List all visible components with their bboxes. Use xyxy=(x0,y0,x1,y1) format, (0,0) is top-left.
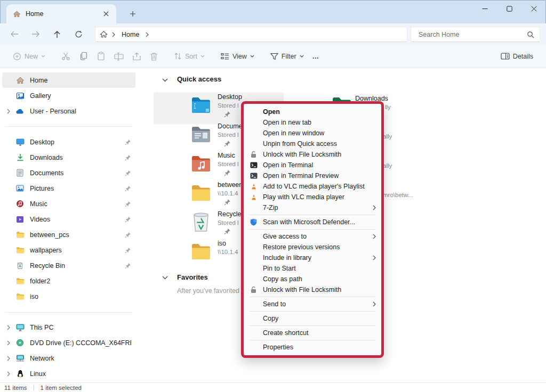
expand-chevron-icon[interactable] xyxy=(2,371,15,377)
address-bar[interactable]: Home xyxy=(95,27,407,42)
menu-item-open-in-terminal[interactable]: Open in Terminal xyxy=(244,160,381,170)
music-folder-icon[interactable] xyxy=(190,152,212,175)
item-title[interactable]: Music xyxy=(218,152,235,159)
menu-item-open[interactable]: Open xyxy=(244,107,381,117)
menu-item-pin-to-start[interactable]: Pin to Start xyxy=(244,263,381,274)
downloads-folder-icon[interactable] xyxy=(331,94,353,101)
section-collapse-icon[interactable] xyxy=(162,78,168,82)
menu-item-open-in-new-tab[interactable]: Open in new tab xyxy=(244,117,381,128)
item-title[interactable]: Recycle xyxy=(218,210,241,218)
sidebar-item-documents[interactable]: Documents xyxy=(2,165,135,181)
sidebar-item-home[interactable]: Home xyxy=(2,72,135,88)
new-button[interactable]: New xyxy=(9,49,50,64)
sidebar-item-iso[interactable]: iso xyxy=(2,289,135,304)
sidebar-item-pictures[interactable]: Pictures xyxy=(2,181,135,196)
menu-item-properties[interactable]: Properties xyxy=(244,342,381,353)
menu-item-open-in-new-window[interactable]: Open in new window xyxy=(244,128,381,138)
maximize-button[interactable] xyxy=(497,0,521,17)
quick-access-section-title[interactable]: Quick access xyxy=(177,75,221,83)
chevron-down-icon xyxy=(250,55,254,58)
menu-item-copy-as-path[interactable]: Copy as path xyxy=(244,274,381,284)
item-title[interactable]: Desktop xyxy=(218,93,242,101)
item-subtitle-fragment: lly xyxy=(385,104,391,110)
menu-item-add-to-vlc-playlist[interactable]: Add to VLC media player's Playlist xyxy=(244,181,381,192)
details-pane-button[interactable]: Details xyxy=(496,50,537,63)
view-button[interactable]: View xyxy=(216,50,259,63)
item-title[interactable]: iso xyxy=(218,240,226,247)
sidebar-item-wallpapers[interactable]: wallpapers xyxy=(2,242,135,258)
up-button[interactable] xyxy=(48,26,66,42)
dvd-drive-icon xyxy=(15,339,25,347)
item-subtitle: Stored l xyxy=(218,161,239,167)
recycle-bin-icon[interactable] xyxy=(190,211,212,233)
delete-button[interactable] xyxy=(146,49,162,64)
desktop-folder-icon[interactable] xyxy=(190,94,212,116)
minimize-button[interactable] xyxy=(472,0,497,17)
tab-close-icon[interactable] xyxy=(100,8,112,20)
menu-item-copy[interactable]: Copy xyxy=(244,313,381,324)
search-box[interactable] xyxy=(411,27,540,42)
breadcrumb-item-home[interactable]: Home xyxy=(121,31,140,38)
section-collapse-icon[interactable] xyxy=(162,276,168,280)
sidebar-item-between-pcs[interactable]: between_pcs xyxy=(2,227,135,242)
sidebar-item-network[interactable]: Network xyxy=(2,350,135,366)
documents-folder-icon[interactable] xyxy=(190,123,212,145)
menu-item-play-with-vlc[interactable]: Play with VLC media player xyxy=(244,192,381,202)
expand-chevron-icon[interactable] xyxy=(2,109,15,114)
sidebar-item-label: Music xyxy=(30,200,47,208)
item-title[interactable]: Docume xyxy=(218,123,243,130)
expand-chevron-icon[interactable] xyxy=(2,340,15,346)
expand-chevron-icon[interactable] xyxy=(2,325,15,330)
menu-item-unlock-file-locksmith-2[interactable]: Unlock with File Locksmith xyxy=(244,284,381,295)
more-options-button[interactable]: … xyxy=(308,50,324,63)
sidebar-item-folder2[interactable]: folder2 xyxy=(2,273,135,289)
menu-item-unlock-file-locksmith[interactable]: Unlock with File Locksmith xyxy=(244,149,381,160)
items-view: Quick access Desktop Stored l Docume Sto… xyxy=(144,68,546,382)
share-button[interactable] xyxy=(128,49,146,64)
onedrive-cloud-icon xyxy=(15,108,25,115)
sidebar-item-gallery[interactable]: Gallery xyxy=(2,88,135,103)
tab-home[interactable]: Home xyxy=(6,4,116,23)
menu-item-create-shortcut[interactable]: Create shortcut xyxy=(244,328,381,338)
refresh-button[interactable] xyxy=(69,26,87,42)
sidebar-item-desktop[interactable]: Desktop xyxy=(2,134,135,150)
new-tab-button[interactable] xyxy=(126,7,140,20)
paste-button[interactable] xyxy=(92,48,110,64)
pin-icon xyxy=(125,216,131,223)
copy-button[interactable] xyxy=(75,48,92,64)
folder-icon[interactable] xyxy=(190,182,212,204)
menu-item-restore-previous-versions[interactable]: Restore previous versions xyxy=(244,242,381,252)
menu-item-include-in-library[interactable]: Include in library xyxy=(244,252,381,263)
sidebar-item-dvd-drive[interactable]: DVD Drive (E:) CCCOMA_X64FRE_EN-US_DV xyxy=(2,335,135,350)
sidebar-divider xyxy=(5,312,132,313)
search-input[interactable] xyxy=(419,31,527,38)
rename-button[interactable] xyxy=(110,49,128,64)
details-pane-label: Details xyxy=(513,53,533,60)
sidebar-item-downloads[interactable]: Downloads xyxy=(2,150,135,165)
item-title[interactable]: between xyxy=(218,181,243,189)
sidebar-item-recycle-bin[interactable]: Recycle Bin xyxy=(2,258,135,273)
favorites-section-title[interactable]: Favorites xyxy=(177,273,208,281)
menu-item-open-in-terminal-preview[interactable]: Open in Terminal Preview xyxy=(244,170,381,181)
breadcrumb-home-icon[interactable] xyxy=(100,30,108,38)
menu-item-scan-with-defender[interactable]: Scan with Microsoft Defender... xyxy=(244,217,381,227)
filter-button[interactable]: Filter xyxy=(266,50,308,63)
forward-button[interactable] xyxy=(27,26,45,42)
sort-button[interactable]: Sort xyxy=(170,49,209,63)
menu-item-send-to[interactable]: Send to xyxy=(244,299,381,309)
back-button[interactable] xyxy=(5,26,23,42)
sidebar-item-user-personal[interactable]: User - Personal xyxy=(2,103,135,119)
sidebar-item-videos[interactable]: Videos xyxy=(2,211,135,227)
folder-icon[interactable] xyxy=(190,240,212,263)
sidebar-item-music[interactable]: Music xyxy=(2,196,135,211)
menu-separator xyxy=(249,340,376,340)
expand-chevron-icon[interactable] xyxy=(2,356,15,361)
menu-item-give-access-to[interactable]: Give access to xyxy=(244,231,381,242)
sidebar-divider xyxy=(5,126,132,127)
menu-item-unpin-from-quick-access[interactable]: Unpin from Quick access xyxy=(244,138,381,149)
menu-item-7zip[interactable]: 7-Zip xyxy=(244,202,381,213)
sidebar-item-linux[interactable]: Linux xyxy=(2,366,135,381)
close-window-button[interactable] xyxy=(521,0,546,17)
cut-button[interactable] xyxy=(57,48,75,64)
sidebar-item-this-pc[interactable]: This PC xyxy=(2,320,135,335)
